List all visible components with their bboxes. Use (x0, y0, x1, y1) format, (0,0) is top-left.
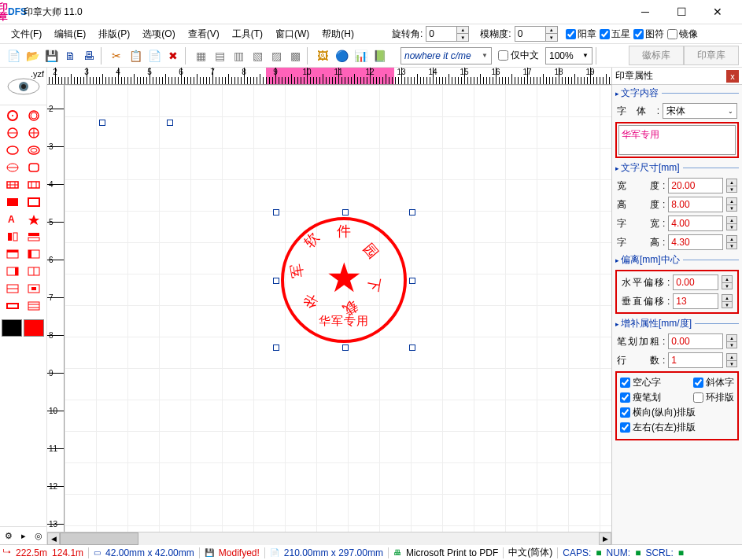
prop-checkbox[interactable] (693, 392, 703, 403)
tool-c[interactable]: ▥ (230, 47, 247, 64)
zoom-select[interactable]: 100%▼ (545, 47, 592, 64)
shape-tool-2[interactable] (2, 124, 24, 142)
shape-tool-5[interactable] (24, 142, 46, 159)
font-select[interactable]: 宋体⌄ (663, 103, 737, 119)
prop-checkbox[interactable] (620, 407, 630, 418)
shape-tool-10[interactable] (2, 193, 24, 211)
menu-edit[interactable]: 编辑(E) (48, 25, 92, 43)
selection-handle[interactable] (273, 344, 279, 351)
panel-close-button[interactable]: x (726, 70, 739, 83)
selection-handle[interactable] (342, 344, 349, 351)
text-content-input[interactable]: 华军专用 (618, 125, 736, 155)
blur-input[interactable] (515, 26, 546, 42)
cb-mirror[interactable] (667, 29, 677, 39)
menu-layout[interactable]: 排版(P) (92, 25, 136, 43)
seal-object[interactable]: ★ 华军软件园下载 华军专用 (281, 217, 407, 343)
menu-help[interactable]: 帮助(H) (316, 25, 360, 43)
cb-yangzhang[interactable] (566, 29, 576, 39)
prop-spinner[interactable]: ▲▼ (726, 197, 737, 212)
shape-tool-7[interactable] (24, 159, 46, 176)
tool-j[interactable]: 📗 (371, 47, 388, 64)
prop-input[interactable]: 1 (668, 352, 723, 368)
tool-b[interactable]: ▤ (211, 47, 228, 64)
canvas[interactable]: ★ 华军软件园下载 华军专用 (65, 85, 611, 532)
prop-input[interactable]: 0.00 (673, 274, 718, 290)
prop-checkbox[interactable] (693, 378, 703, 388)
maximize-button[interactable]: ☐ (663, 0, 700, 24)
selection-handle[interactable] (342, 209, 349, 216)
prop-input[interactable]: 13 (673, 293, 718, 309)
tool-f[interactable]: ▩ (286, 47, 304, 64)
menu-tools[interactable]: 工具(T) (226, 25, 269, 43)
shape-tool-14[interactable] (2, 228, 24, 245)
prop-checkbox[interactable] (620, 422, 630, 433)
prop-checkbox[interactable] (620, 378, 630, 388)
selection-handle[interactable] (167, 120, 173, 126)
tool-i[interactable]: 📊 (352, 47, 369, 64)
shape-tool-12[interactable]: A (2, 211, 24, 228)
bottom-tool-3[interactable]: ◎ (31, 529, 45, 543)
print-button[interactable]: 🖶 (80, 47, 98, 64)
prop-input[interactable]: 4.00 (668, 216, 723, 231)
shape-tool-0[interactable] (2, 107, 24, 124)
selection-handle[interactable] (409, 344, 415, 351)
shape-tool-22[interactable] (2, 297, 24, 315)
horizontal-scrollbar[interactable]: ◀ ▶ (47, 532, 611, 544)
menu-view[interactable]: 查看(V) (182, 25, 226, 43)
selection-handle[interactable] (409, 278, 415, 284)
prop-spinner[interactable]: ▲▼ (726, 179, 737, 193)
shape-tool-8[interactable] (2, 176, 24, 193)
shape-tool-17[interactable] (24, 245, 46, 263)
shape-tool-1[interactable] (24, 107, 46, 124)
menu-options[interactable]: 选项(O) (136, 25, 181, 43)
prop-spinner[interactable]: ▲▼ (726, 235, 737, 249)
shape-tool-13[interactable] (24, 211, 46, 228)
prop-spinner[interactable]: ▲▼ (726, 216, 737, 230)
delete-button[interactable]: ✖ (164, 47, 182, 64)
scroll-left-button[interactable]: ◀ (47, 532, 60, 545)
shape-tool-9[interactable] (24, 176, 46, 193)
tool-g[interactable]: 🖼 (314, 47, 331, 64)
prop-input[interactable]: 8.00 (668, 197, 723, 212)
bottom-tool-1[interactable]: ⚙ (2, 529, 15, 543)
tab-logo-library[interactable]: 徽标库 (629, 46, 684, 65)
prop-spinner[interactable]: ▲▼ (726, 353, 737, 367)
save-button[interactable]: 💾 (42, 47, 60, 64)
tool-h[interactable]: 🔵 (333, 47, 350, 64)
rotation-input[interactable] (426, 26, 457, 42)
bottom-tool-2[interactable]: ▸ (17, 529, 30, 543)
shape-tool-16[interactable] (2, 245, 24, 263)
shape-tool-19[interactable] (24, 263, 46, 280)
tool-e[interactable]: ▨ (268, 47, 285, 64)
shape-tool-21[interactable] (24, 280, 46, 297)
scroll-thumb[interactable] (60, 532, 138, 545)
shape-tool-6[interactable] (2, 159, 24, 176)
save-all-button[interactable]: 🗎 (61, 47, 79, 64)
font-preview-select[interactable]: nowhere it c/me▼ (401, 47, 492, 64)
selection-handle[interactable] (409, 209, 415, 216)
blur-spinner[interactable]: ▲▼ (546, 26, 558, 42)
shape-tool-20[interactable] (2, 280, 24, 297)
shape-tool-23[interactable] (24, 297, 46, 315)
prop-input[interactable]: 4.30 (668, 234, 723, 250)
tool-d[interactable]: ▧ (249, 47, 266, 64)
paste-button[interactable]: 📄 (146, 47, 163, 64)
cb-star[interactable] (600, 29, 610, 39)
shape-tool-18[interactable] (2, 263, 24, 280)
selection-handle[interactable] (273, 209, 279, 216)
cb-symbol[interactable] (633, 29, 644, 39)
prop-input[interactable]: 20.00 (668, 178, 723, 193)
color-black[interactable] (2, 319, 22, 337)
shape-tool-11[interactable] (24, 193, 46, 211)
prop-input[interactable]: 0.00 (668, 333, 723, 349)
selection-handle[interactable] (273, 278, 279, 284)
tool-a[interactable]: ▦ (192, 47, 209, 64)
shape-tool-4[interactable] (2, 142, 24, 159)
only-chinese-checkbox[interactable] (498, 50, 508, 61)
selection-handle[interactable] (99, 120, 105, 126)
color-red[interactable] (24, 319, 44, 337)
shape-tool-3[interactable] (24, 124, 46, 142)
menu-file[interactable]: 文件(F) (5, 25, 48, 43)
cut-button[interactable]: ✂ (108, 47, 125, 64)
prop-checkbox[interactable] (620, 392, 630, 403)
